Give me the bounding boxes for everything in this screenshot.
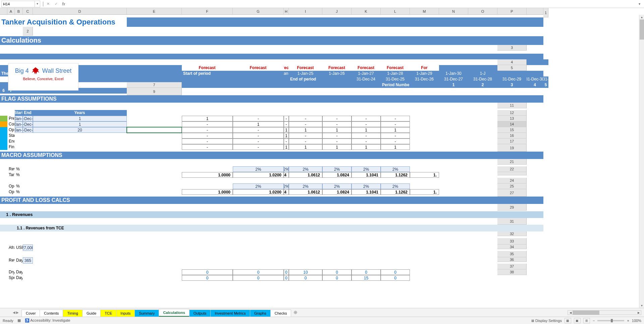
- column-header[interactable]: D: [33, 8, 127, 15]
- display-settings-button[interactable]: 🖥 Display Settings: [531, 319, 562, 323]
- row-header[interactable]: 27: [497, 189, 527, 197]
- fx-icon[interactable]: fx: [62, 2, 65, 6]
- sheet-tab-inputs[interactable]: Inputs: [116, 310, 135, 317]
- sheet-tab-graphs[interactable]: Graphs: [250, 310, 271, 317]
- row-header[interactable]: 15: [497, 127, 527, 133]
- formula-bar-expand-icon[interactable]: ▾: [636, 2, 643, 6]
- page-break-view-icon[interactable]: ⊞: [583, 318, 590, 323]
- formula-input[interactable]: [65, 1, 636, 7]
- row-header[interactable]: 32: [497, 231, 527, 236]
- row-header[interactable]: 19: [497, 144, 527, 152]
- row-header[interactable]: 13: [497, 116, 527, 121]
- row-header[interactable]: 12: [497, 110, 527, 116]
- row-header[interactable]: 3: [497, 45, 527, 51]
- row-header[interactable]: 5: [497, 65, 527, 71]
- row-header[interactable]: [497, 172, 527, 175]
- column-header[interactable]: E: [127, 8, 182, 15]
- flag-label: Pre-Construction Period: [7, 116, 15, 121]
- row-header[interactable]: 35: [497, 251, 527, 257]
- horizontal-scrollbar[interactable]: ◀ ▶: [568, 310, 641, 315]
- zoom-slider[interactable]: [597, 320, 624, 321]
- sheet-tab-tce[interactable]: TCE: [100, 310, 116, 317]
- row-header[interactable]: 11: [497, 103, 527, 108]
- sheet-tab-cover[interactable]: Cover: [21, 310, 40, 317]
- tab-nav-next-icon[interactable]: ▶: [16, 311, 19, 314]
- column-header[interactable]: O: [468, 8, 497, 15]
- row-header[interactable]: 21: [497, 159, 527, 165]
- column-header[interactable]: K: [352, 8, 381, 15]
- row-header[interactable]: 4: [497, 59, 527, 65]
- hscroll-right-icon[interactable]: ▶: [636, 311, 641, 315]
- forecast-label: Forecast: [352, 65, 381, 71]
- row-header[interactable]: 36: [497, 257, 527, 262]
- row-header[interactable]: 2: [23, 27, 33, 36]
- column-header[interactable]: [527, 8, 543, 15]
- page-layout-view-icon[interactable]: ▣: [574, 318, 581, 323]
- name-box-dropdown[interactable]: ▼: [35, 1, 40, 7]
- sheet-tab-investment-metrics[interactable]: Investment Metrics: [210, 310, 250, 317]
- row-header[interactable]: 38: [497, 269, 527, 275]
- status-bar: Ready ▦ ♿ Accessibility: Investigate 🖥 D…: [0, 317, 644, 324]
- cancel-formula-icon: ✕: [45, 1, 51, 7]
- row-header[interactable]: 9: [127, 88, 182, 95]
- column-header[interactable]: J: [322, 8, 352, 15]
- column-header[interactable]: L: [381, 8, 410, 15]
- tce-input[interactable]: 365: [23, 257, 33, 264]
- new-sheet-button[interactable]: ⊕: [291, 308, 300, 317]
- row-header[interactable]: 29: [497, 204, 527, 211]
- flag-color: [0, 144, 7, 150]
- tce-label: Revenue availability days: [7, 257, 15, 264]
- row-header[interactable]: 34: [497, 245, 527, 249]
- sheet-tab-contents[interactable]: Contents: [40, 310, 63, 317]
- scroll-up-icon[interactable]: ▲: [639, 15, 644, 19]
- accessibility-status[interactable]: ♿ Accessibility: Investigate: [25, 318, 70, 323]
- scroll-down-icon[interactable]: ▼: [639, 303, 644, 308]
- active-cell[interactable]: [127, 127, 182, 133]
- tce-input[interactable]: 27,000: [23, 245, 33, 251]
- column-header[interactable]: B: [15, 8, 23, 15]
- column-header[interactable]: F: [182, 8, 233, 15]
- macro-icon[interactable]: ▦: [17, 318, 21, 323]
- row-header[interactable]: 33: [497, 238, 527, 245]
- hscroll-left-icon[interactable]: ◀: [568, 311, 573, 315]
- row-header[interactable]: 17: [497, 139, 527, 144]
- sheet-tab-outputs[interactable]: Outputs: [189, 310, 211, 317]
- sheet-tab-checks[interactable]: Checks: [270, 310, 291, 317]
- row-header[interactable]: 37: [497, 264, 527, 269]
- sheet-tab-timing[interactable]: Timing: [63, 310, 83, 317]
- name-box[interactable]: H14: [1, 1, 35, 7]
- row-header[interactable]: 1: [543, 8, 548, 17]
- page-subtitle: Calculations: [0, 36, 543, 45]
- zoom-level[interactable]: 100%: [632, 319, 641, 323]
- normal-view-icon[interactable]: ▦: [565, 318, 571, 323]
- vertical-scrollbar[interactable]: ▲ ▼: [639, 15, 644, 308]
- row-header[interactable]: 24: [497, 178, 527, 183]
- column-header[interactable]: N: [439, 8, 468, 15]
- column-header[interactable]: C: [23, 8, 33, 15]
- row-header[interactable]: 22: [497, 166, 527, 172]
- select-all[interactable]: [0, 8, 7, 15]
- column-header[interactable]: I: [289, 8, 322, 15]
- forecast-label: Forecast: [284, 65, 289, 71]
- scroll-thumb[interactable]: [640, 19, 644, 40]
- row-header[interactable]: 16: [497, 133, 527, 139]
- column-header[interactable]: H: [284, 8, 289, 15]
- column-header[interactable]: P: [497, 8, 527, 15]
- column-header[interactable]: G: [233, 8, 284, 15]
- sheet-tab-summary[interactable]: Summary: [135, 310, 159, 317]
- dock-label: Dry Docking Days: [7, 269, 15, 275]
- row-header[interactable]: 7: [127, 82, 182, 88]
- row-header[interactable]: 14: [497, 121, 527, 127]
- sheet-tab-guide[interactable]: Guide: [82, 310, 101, 317]
- column-header[interactable]: A: [7, 8, 15, 15]
- zoom-out-button[interactable]: −: [593, 319, 595, 323]
- zoom-in-button[interactable]: +: [627, 319, 629, 323]
- tab-nav-prev-icon[interactable]: ◀: [13, 311, 15, 314]
- sheet-tab-calculations[interactable]: Calculations: [159, 309, 189, 317]
- column-header[interactable]: M: [410, 8, 439, 15]
- hscroll-thumb[interactable]: [573, 311, 599, 315]
- row-header[interactable]: 31: [497, 218, 527, 225]
- section-header: FLAG ASSUMPTIONS: [0, 95, 543, 103]
- row-header[interactable]: 25: [497, 183, 527, 189]
- section-header: PROFIT AND LOSS CALCS: [0, 197, 543, 204]
